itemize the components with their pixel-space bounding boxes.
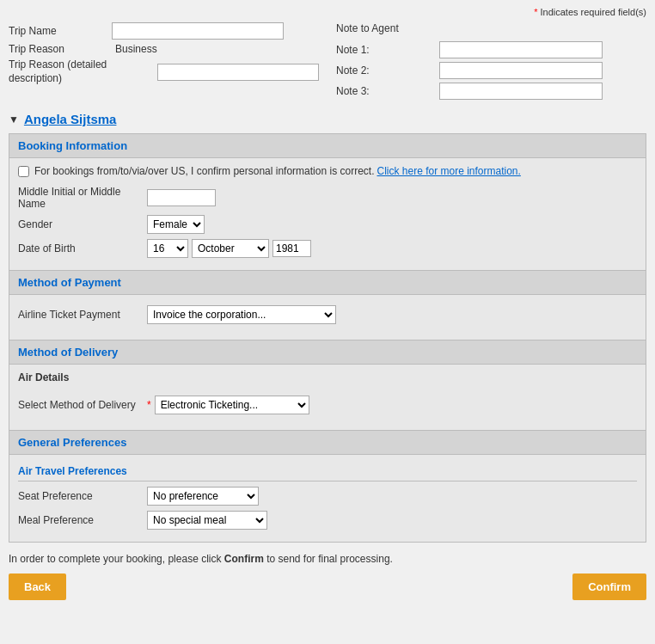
trip-name-label: Trip Name: [9, 25, 112, 37]
note-to-agent-label: Note to Agent: [336, 22, 399, 34]
dob-year-input[interactable]: [272, 240, 311, 257]
note2-input[interactable]: [439, 62, 603, 79]
main-panel: Booking Information For bookings from/to…: [9, 133, 646, 543]
method-delivery-content: Air Details Select Method of Delivery * …: [9, 365, 646, 430]
gender-label: Gender: [18, 218, 147, 230]
meal-pref-label: Meal Preference: [18, 514, 147, 526]
delivery-required-star: *: [147, 399, 151, 411]
airline-payment-label: Airline Ticket Payment: [18, 309, 147, 321]
meal-pref-row: Meal Preference No special meal Vegetari…: [18, 511, 637, 530]
delivery-method-row: Select Method of Delivery * Electronic T…: [18, 392, 637, 418]
note2-row: Note 2:: [336, 62, 646, 79]
method-payment-content: Airline Ticket Payment Invoice the corpo…: [9, 295, 646, 340]
confirm-button[interactable]: Confirm: [572, 573, 646, 600]
delivery-method-label: Select Method of Delivery: [18, 399, 147, 411]
trip-reason-label: Trip Reason: [9, 43, 112, 55]
middle-name-label: Middle Initial or Middle Name: [18, 186, 147, 210]
method-delivery-header: Method of Delivery: [9, 340, 646, 365]
meal-pref-select[interactable]: No special meal Vegetarian Vegan Kosher …: [147, 511, 267, 530]
more-info-link[interactable]: Click here for more information.: [376, 165, 520, 177]
trip-name-input[interactable]: [112, 22, 284, 40]
required-notice: * Indicates required field(s): [9, 7, 646, 17]
note-to-agent-row: Note to Agent: [336, 22, 646, 38]
note3-label: Note 3:: [336, 85, 439, 97]
confirm-link-text: Confirm: [224, 553, 264, 565]
general-prefs-header: General Preferences: [9, 431, 646, 455]
seat-pref-label: Seat Preference: [18, 490, 147, 502]
airline-payment-select[interactable]: Invoice the corporation... Credit Card C…: [147, 305, 336, 324]
trip-reason-detailed-row: Trip Reason (detailed description): [9, 58, 319, 85]
gender-row: Gender Female Male: [18, 215, 637, 234]
required-star: *: [534, 7, 537, 17]
trip-name-row: Trip Name: [9, 22, 319, 40]
dob-day-select[interactable]: 16: [147, 239, 188, 258]
air-travel-prefs-title: Air Travel Preferences: [18, 462, 637, 481]
trip-reason-detailed-label: Trip Reason (detailed description): [9, 58, 154, 85]
dob-row: Date of Birth 16 October: [18, 239, 637, 258]
method-payment-header: Method of Payment: [9, 271, 646, 295]
bottom-bar: Back Confirm: [9, 573, 646, 600]
trip-reason-value: Business: [115, 43, 157, 55]
trip-reason-row: Trip Reason Business: [9, 43, 319, 55]
note1-label: Note 1:: [336, 44, 439, 56]
dob-month-select[interactable]: October: [192, 239, 269, 258]
note3-row: Note 3:: [336, 83, 646, 100]
general-prefs-content: Air Travel Preferences Seat Preference N…: [9, 455, 646, 542]
seat-pref-row: Seat Preference No preference Aisle Wind…: [18, 487, 637, 506]
person-collapse-arrow[interactable]: ▼: [9, 113, 19, 126]
dob-label: Date of Birth: [18, 242, 147, 255]
airline-payment-row: Airline Ticket Payment Invoice the corpo…: [18, 302, 637, 328]
note1-input[interactable]: [439, 41, 603, 58]
person-name[interactable]: Angela Sijtsma: [24, 112, 117, 126]
note2-label: Note 2:: [336, 64, 439, 77]
person-header: ▼ Angela Sijtsma: [9, 112, 646, 126]
us-booking-checkbox-row: For bookings from/to/via/over US, I conf…: [18, 165, 637, 177]
booking-info-content: For bookings from/to/via/over US, I conf…: [9, 158, 646, 270]
middle-name-input[interactable]: [147, 189, 216, 206]
us-booking-checkbox[interactable]: [18, 166, 29, 177]
middle-name-row: Middle Initial or Middle Name: [18, 186, 637, 210]
note1-row: Note 1:: [336, 41, 646, 58]
air-details-row: Air Details: [18, 371, 637, 387]
bottom-message: In order to complete your booking, pleas…: [9, 551, 646, 567]
seat-pref-select[interactable]: No preference Aisle Window Middle: [147, 487, 259, 506]
trip-reason-detailed-input[interactable]: [157, 64, 319, 81]
gender-select[interactable]: Female Male: [147, 215, 205, 234]
booking-info-header: Booking Information: [9, 134, 646, 158]
air-details-label: Air Details: [18, 371, 69, 383]
delivery-method-select[interactable]: Electronic Ticketing... Paper Ticket Oth…: [155, 396, 309, 414]
note3-input[interactable]: [439, 83, 603, 100]
back-button[interactable]: Back: [9, 573, 66, 600]
